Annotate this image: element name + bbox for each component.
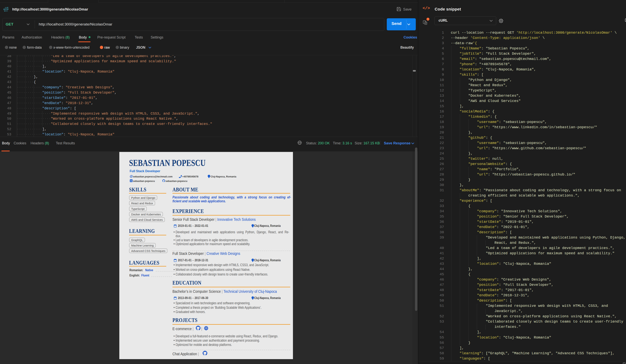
svg-text:HTTP: HTTP xyxy=(3,8,8,10)
